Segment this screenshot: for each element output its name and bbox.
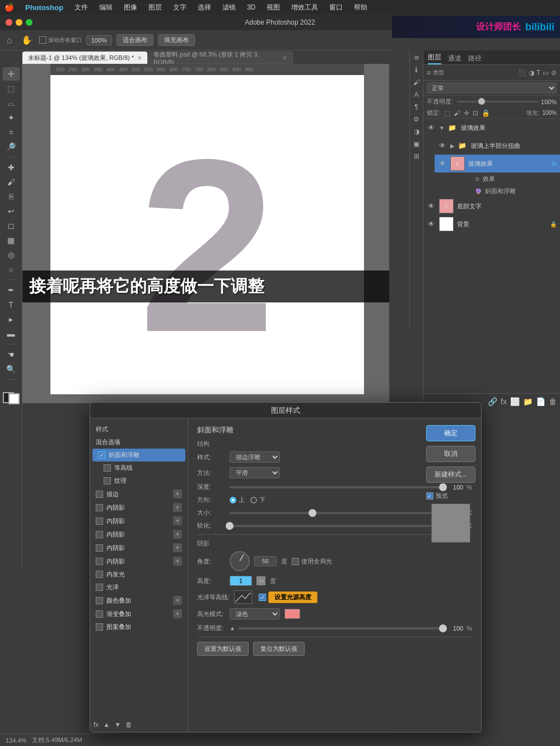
hand-tool[interactable]: ☚: [3, 348, 20, 361]
ok-button[interactable]: 确定: [426, 425, 475, 441]
effect-gradient-overlay-item[interactable]: 渐变叠加 +: [90, 607, 188, 621]
layer-bottom-text[interactable]: 👁 2 底部文字: [423, 197, 560, 215]
lock-transparent-icon[interactable]: ⬚: [444, 109, 450, 117]
effect-contour-checkbox[interactable]: [104, 464, 111, 472]
eye-icon-background[interactable]: 👁: [427, 220, 436, 228]
effect-satin-item[interactable]: 光泽: [90, 581, 188, 594]
effect-pattern-overlay-cb[interactable]: [96, 623, 103, 631]
minimize-button[interactable]: [16, 19, 22, 26]
effect-gradient-overlay-plus[interactable]: +: [173, 609, 182, 618]
depth-slider[interactable]: [230, 486, 443, 488]
effect-inner-shadow-2-cb[interactable]: [96, 517, 103, 525]
effect-inner-shadow-5-cb[interactable]: [96, 558, 103, 565]
maximize-button[interactable]: [26, 19, 32, 26]
fx-icon[interactable]: fx: [552, 161, 557, 167]
menu-plugins[interactable]: 增效工具: [287, 2, 323, 13]
effect-color-overlay-cb[interactable]: [96, 597, 103, 604]
properties-icon[interactable]: ⚙: [413, 115, 419, 123]
eye-icon-bottom-text[interactable]: 👁: [427, 202, 436, 210]
direction-up-circle[interactable]: [230, 497, 236, 503]
sub-effect-bevel[interactable]: 🔮 斜面和浮雕: [444, 185, 560, 197]
effect-contour-item[interactable]: 等高线: [90, 461, 188, 474]
effect-texture-item[interactable]: 纹理: [90, 474, 188, 487]
stamp-tool[interactable]: ⎘: [3, 190, 20, 203]
link-layers-icon[interactable]: 🔗: [488, 397, 497, 406]
zoom-tool[interactable]: 🔍: [3, 362, 20, 376]
tab-inactive[interactable]: 卷曲塑料.psd @ 68.3% (形状 1 拷贝 3, RGB/8)... ✕: [147, 52, 293, 64]
lasso-tool[interactable]: ⌓: [3, 96, 20, 110]
shape-tool[interactable]: ▬: [3, 327, 20, 341]
menu-3d[interactable]: 3D: [242, 2, 260, 12]
effects-style-header[interactable]: 样式: [90, 423, 188, 436]
menu-image[interactable]: 图像: [119, 2, 142, 13]
effect-bevel-checkbox[interactable]: ✓: [98, 451, 105, 459]
opacity-main-slider[interactable]: [239, 627, 443, 630]
filter-pixel-icon[interactable]: ⬛: [518, 69, 526, 77]
fill-canvas-button[interactable]: 填充画布: [158, 34, 195, 46]
brush-settings-icon[interactable]: 🖌: [413, 78, 420, 86]
adjustments-icon[interactable]: ◑: [414, 128, 419, 136]
new-group-icon[interactable]: 📁: [523, 397, 533, 406]
eraser-tool[interactable]: ◻: [3, 219, 20, 232]
effect-stroke-checkbox[interactable]: [96, 491, 103, 498]
marquee-tool[interactable]: ⬚: [3, 82, 20, 95]
effect-inner-shadow-5-plus[interactable]: +: [173, 557, 182, 566]
menu-text[interactable]: 文字: [169, 2, 191, 13]
layer-subgroup-glass-top[interactable]: 👁 ▶ 📁 玻璃上半部分扭曲: [435, 137, 560, 155]
group-expand-arrow[interactable]: ▼: [439, 125, 445, 131]
color-swatches[interactable]: [3, 388, 20, 404]
lock-pixels-icon[interactable]: 🖌: [454, 109, 460, 117]
filter-shape-icon[interactable]: ▭: [543, 69, 549, 77]
menu-edit[interactable]: 编辑: [95, 2, 117, 13]
altitude-input[interactable]: 1: [230, 576, 252, 586]
angle-dial[interactable]: [230, 551, 250, 571]
filter-type-icon[interactable]: T: [536, 69, 540, 77]
style-select[interactable]: 描边浮雕: [230, 451, 280, 463]
effect-stroke-plus[interactable]: +: [173, 489, 182, 498]
menu-photoshop[interactable]: Photoshop: [21, 2, 68, 13]
lock-all-icon[interactable]: 🔒: [482, 109, 490, 117]
blend-mode-select[interactable]: 正常: [427, 82, 557, 94]
zoom-display[interactable]: 100%: [86, 35, 112, 45]
lock-artboard-icon[interactable]: ⊡: [473, 109, 478, 117]
effect-pattern-overlay-item[interactable]: 图案叠加: [90, 621, 188, 633]
effect-inner-shadow-4-plus[interactable]: +: [173, 543, 182, 552]
pen-tool[interactable]: ✒: [3, 283, 20, 297]
effects-toggle-icon[interactable]: ⊙: [475, 176, 479, 182]
use-global-light-checkbox[interactable]: 使用全局光: [292, 557, 332, 566]
eye-icon-glass-layer[interactable]: 👁: [438, 160, 447, 167]
healing-brush-tool[interactable]: ✚: [3, 161, 20, 174]
effect-color-overlay-plus[interactable]: +: [173, 596, 182, 605]
down-arrow-icon[interactable]: ▼: [114, 721, 121, 729]
effect-inner-shadow-4[interactable]: 内阴影 +: [90, 541, 188, 554]
hand-tool-icon[interactable]: ✋: [19, 35, 35, 45]
new-style-button[interactable]: 新建样式...: [426, 467, 475, 483]
lock-position-icon[interactable]: ✛: [464, 109, 469, 117]
eye-icon-glass-group[interactable]: 👁: [427, 124, 436, 132]
menu-window[interactable]: 窗口: [325, 2, 347, 13]
set-light-height-button[interactable]: 设置光源高度: [268, 591, 318, 603]
layer-glass-effect[interactable]: 👁 2 玻璃效果 fx: [435, 155, 560, 172]
up-arrow-icon[interactable]: ▲: [103, 721, 110, 729]
history-brush-tool[interactable]: ↩: [3, 204, 20, 218]
close-button[interactable]: [6, 19, 12, 26]
menu-help[interactable]: 帮助: [349, 2, 372, 13]
gradient-tool[interactable]: ▦: [3, 234, 20, 247]
effect-gradient-overlay-cb[interactable]: [96, 610, 103, 618]
delete-layer-icon[interactable]: 🗑: [549, 397, 557, 406]
effect-inner-shadow-3-cb[interactable]: [96, 531, 103, 538]
soften-slider[interactable]: [230, 525, 436, 527]
angle-input[interactable]: 56: [254, 556, 277, 566]
effect-inner-shadow-2-plus[interactable]: +: [173, 516, 182, 525]
home-icon[interactable]: ⌂: [4, 35, 15, 45]
dodge-tool[interactable]: ○: [3, 263, 20, 276]
blur-tool[interactable]: ◎: [3, 248, 20, 262]
size-slider[interactable]: [230, 512, 436, 514]
global-light-cb[interactable]: [292, 558, 299, 565]
eyedropper-tool[interactable]: 🔎: [3, 140, 20, 153]
magic-wand-tool[interactable]: ✦: [3, 111, 20, 124]
subgroup-arrow[interactable]: ▶: [450, 143, 455, 149]
tab-inactive-close[interactable]: ✕: [282, 55, 287, 61]
fit-canvas-button[interactable]: 适合画布: [116, 34, 153, 46]
opacity-slider[interactable]: [457, 101, 539, 102]
